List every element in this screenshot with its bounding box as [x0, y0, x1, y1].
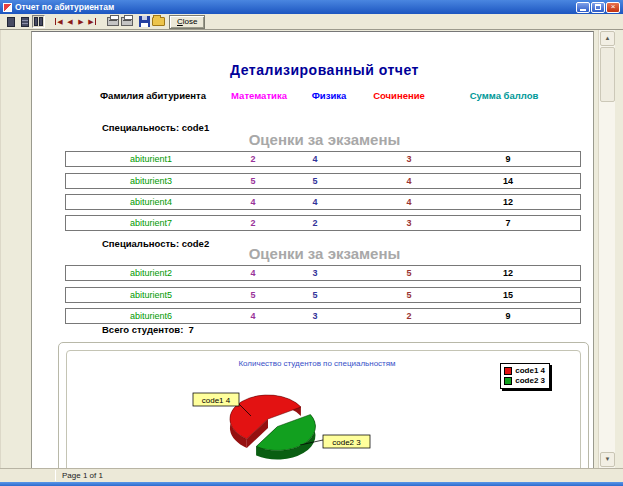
close-window-button[interactable]: ×	[606, 2, 620, 13]
vertical-scrollbar[interactable]: ▲ ▼	[598, 30, 615, 468]
row-essay: 3	[359, 218, 459, 228]
arrow-down-icon: ▼	[605, 456, 611, 462]
row-name: abiturient4	[91, 197, 211, 207]
chart-frame: Количество студентов по специальностям c…	[66, 350, 581, 468]
save-icon	[139, 16, 150, 27]
row-name: abiturient1	[91, 154, 211, 164]
callout-label-code1: code1 4	[202, 396, 231, 405]
zoom-fit-icon	[7, 17, 15, 27]
pie-chart: code1 4 code2 3	[167, 375, 387, 468]
row-sum: 9	[458, 154, 558, 164]
table-row: abiturient1 2 4 3 9	[65, 151, 581, 167]
table-row: abiturient3 5 5 4 14	[65, 173, 581, 189]
window-bottom-border	[0, 482, 623, 486]
zoom-100-icon	[21, 17, 29, 27]
column-header-essay: Сочинение	[349, 90, 449, 101]
table-row: abiturient2 4 3 5 12	[65, 265, 581, 281]
row-sum: 7	[458, 218, 558, 228]
row-name: abiturient5	[91, 290, 211, 300]
chart-legend: code1 4 code2 3	[500, 363, 550, 389]
row-name: abiturient2	[91, 268, 211, 278]
legend-item: code2 3	[504, 376, 545, 386]
table-row: abiturient4 4 4 4 12	[65, 194, 581, 210]
row-sum: 12	[458, 268, 558, 278]
open-button[interactable]	[152, 15, 165, 28]
chart-title: Количество студентов по специальностям	[127, 359, 507, 368]
row-sum: 14	[458, 176, 558, 186]
report-title: Детализированный отчет	[67, 62, 582, 78]
row-essay: 4	[359, 176, 459, 186]
row-physics: 5	[265, 290, 365, 300]
total-students-label: Всего студентов: 7	[102, 324, 194, 335]
prev-page-icon: ◀	[67, 18, 72, 25]
row-essay: 3	[359, 154, 459, 164]
open-icon	[152, 17, 165, 26]
restore-button[interactable]	[591, 2, 605, 13]
legend-item: code1 4	[504, 366, 545, 376]
close-icon: ×	[611, 3, 616, 11]
printer-setup-icon	[107, 17, 119, 26]
row-name: abiturient3	[91, 176, 211, 186]
row-physics: 4	[265, 154, 365, 164]
app-icon	[3, 3, 12, 12]
row-name: abiturient6	[91, 311, 211, 321]
next-page-button[interactable]: ▶	[76, 16, 86, 28]
section-header: Оценки за экзамены	[67, 131, 582, 148]
row-physics: 5	[265, 176, 365, 186]
print-button[interactable]	[120, 15, 133, 28]
legend-label: code1 4	[515, 366, 545, 376]
scrollbar-thumb[interactable]	[600, 47, 615, 102]
first-page-button[interactable]: ◀	[54, 16, 64, 28]
column-header-sum: Сумма баллов	[454, 90, 554, 101]
status-bar: Page 1 of 1	[0, 468, 623, 482]
minimize-button[interactable]	[576, 2, 590, 13]
row-essay: 2	[359, 311, 459, 321]
row-physics: 2	[265, 218, 365, 228]
save-button[interactable]	[138, 15, 151, 28]
legend-swatch-code2	[504, 377, 512, 385]
print-icon	[121, 17, 133, 26]
table-row: abiturient5 5 5 5 15	[65, 287, 581, 303]
first-page-icon: ◀	[55, 18, 62, 25]
row-physics: 3	[265, 268, 365, 278]
legend-label: code2 3	[515, 376, 545, 386]
chart-panel: Количество студентов по специальностям c…	[58, 342, 589, 468]
next-page-icon: ▶	[78, 18, 83, 25]
zoom-width-button[interactable]	[32, 15, 45, 28]
table-row: abiturient6 4 3 2 9	[65, 308, 581, 324]
preview-area: Детализированный отчет Фамилия абитуриен…	[0, 30, 623, 468]
row-physics: 3	[265, 311, 365, 321]
scroll-up-button[interactable]: ▲	[600, 31, 615, 46]
scroll-down-button[interactable]: ▼	[600, 452, 615, 467]
section-header: Оценки за экзамены	[67, 245, 582, 262]
toolbar: ◀ ◀ ▶ ▶ Close	[0, 14, 623, 30]
row-essay: 4	[359, 197, 459, 207]
status-divider	[55, 470, 56, 481]
callout-label-code2: code2 3	[332, 438, 361, 447]
legend-swatch-code1	[504, 367, 512, 375]
printer-setup-button[interactable]	[106, 15, 119, 28]
last-page-button[interactable]: ▶	[87, 16, 97, 28]
table-row: abiturient7 2 2 3 7	[65, 215, 581, 231]
zoom-fit-button[interactable]	[4, 15, 17, 28]
row-sum: 15	[458, 290, 558, 300]
row-essay: 5	[359, 268, 459, 278]
window-title: Отчет по абитуриентам	[15, 2, 575, 12]
row-name: abiturient7	[91, 218, 211, 228]
close-button[interactable]: Close	[169, 15, 205, 29]
row-physics: 4	[265, 197, 365, 207]
row-essay: 5	[359, 290, 459, 300]
last-page-icon: ▶	[88, 18, 95, 25]
minimize-icon	[580, 9, 586, 11]
zoom-100-button[interactable]	[18, 15, 31, 28]
zoom-width-icon	[34, 17, 43, 26]
page-indicator: Page 1 of 1	[62, 471, 103, 480]
prev-page-button[interactable]: ◀	[65, 16, 75, 28]
arrow-up-icon: ▲	[605, 35, 611, 41]
restore-icon	[595, 4, 601, 10]
row-sum: 9	[458, 311, 558, 321]
row-sum: 12	[458, 197, 558, 207]
title-bar: Отчет по абитуриентам ×	[0, 0, 623, 14]
report-page: Детализированный отчет Фамилия абитуриен…	[31, 31, 594, 468]
